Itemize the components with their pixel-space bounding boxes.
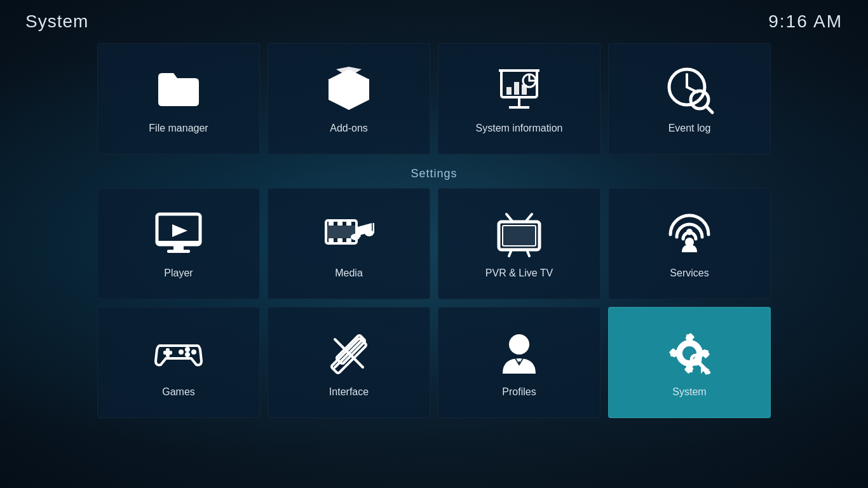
settings-row-1: Player [25, 188, 843, 299]
tile-player[interactable]: Player [97, 188, 260, 299]
tile-player-label: Player [164, 268, 193, 279]
svg-rect-20 [173, 245, 184, 250]
folder-icon [153, 64, 204, 115]
svg-marker-19 [172, 224, 187, 237]
top-row: File manager Add-ons [25, 43, 843, 154]
gamepad-icon [153, 328, 204, 379]
tile-media[interactable]: Media [268, 188, 430, 299]
tile-system-label: System [672, 386, 706, 398]
tile-profiles[interactable]: Profiles [438, 307, 600, 418]
svg-rect-38 [503, 226, 536, 246]
tile-event-log[interactable]: Event log [608, 43, 771, 154]
svg-point-32 [365, 230, 374, 236]
tile-services[interactable]: Services [608, 188, 771, 299]
svg-point-46 [191, 349, 196, 355]
svg-rect-30 [346, 238, 351, 242]
svg-rect-21 [167, 250, 190, 253]
svg-line-17 [706, 106, 712, 112]
box-icon [323, 64, 374, 115]
settings-label: Settings [25, 167, 843, 180]
tile-pvr-live-tv[interactable]: PVR & Live TV [438, 188, 600, 299]
clock-search-icon [664, 64, 715, 115]
tile-add-ons[interactable]: Add-ons [268, 43, 430, 154]
tv-icon [494, 209, 545, 260]
presentation-icon [494, 64, 545, 115]
tile-media-label: Media [335, 268, 363, 279]
tile-file-manager[interactable]: File manager [97, 43, 260, 154]
tile-interface-label: Interface [329, 386, 369, 398]
svg-rect-44 [166, 348, 170, 357]
tile-games[interactable]: Games [97, 307, 260, 418]
media-icon [323, 209, 374, 260]
svg-point-53 [509, 334, 529, 355]
tile-system[interactable]: System [608, 307, 771, 418]
svg-point-48 [179, 349, 184, 355]
tile-services-label: Services [670, 268, 709, 279]
tile-interface[interactable]: Interface [268, 307, 430, 418]
tile-add-ons-label: Add-ons [330, 123, 368, 134]
svg-rect-26 [337, 222, 342, 226]
svg-rect-29 [337, 238, 342, 242]
tile-system-information-label: System information [476, 123, 563, 134]
system-icon [664, 328, 715, 379]
tile-event-log-label: Event log [668, 123, 711, 134]
clock: 9:16 AM [768, 11, 843, 32]
interface-icon [323, 328, 374, 379]
svg-rect-27 [346, 222, 351, 226]
player-icon [153, 209, 204, 260]
tile-profiles-label: Profiles [502, 386, 536, 398]
svg-rect-25 [329, 222, 334, 226]
svg-rect-7 [514, 82, 519, 95]
tile-system-information[interactable]: System information [438, 43, 600, 154]
svg-point-42 [686, 229, 693, 235]
profile-icon [494, 328, 545, 379]
svg-rect-49 [331, 337, 367, 374]
svg-point-45 [185, 347, 190, 352]
tile-file-manager-label: File manager [149, 123, 208, 134]
settings-row-2: Games Interface [25, 307, 843, 418]
tile-games-label: Games [162, 386, 195, 398]
svg-point-31 [351, 234, 360, 240]
main-content: File manager Add-ons [0, 43, 868, 418]
svg-rect-6 [506, 87, 512, 95]
tile-pvr-live-tv-label: PVR & Live TV [485, 268, 553, 279]
svg-rect-28 [329, 238, 334, 242]
svg-point-47 [185, 352, 190, 357]
page-title: System [25, 11, 88, 32]
signal-icon [664, 209, 715, 260]
